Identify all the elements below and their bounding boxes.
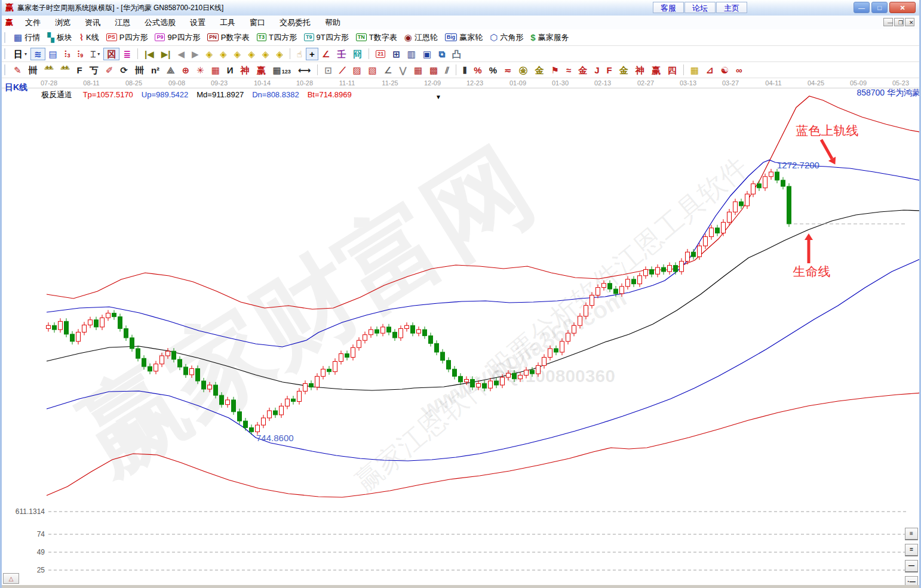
angle-set-button[interactable]: ⟁ bbox=[163, 64, 178, 76]
ying-angle-line-button[interactable]: 赢 bbox=[648, 64, 664, 76]
hexagon-button[interactable]: ⬡六角形 bbox=[486, 30, 527, 45]
maximize-button[interactable]: □ bbox=[871, 2, 888, 13]
pane-size-2-button[interactable]: = bbox=[905, 544, 918, 556]
t-square-button[interactable]: T3T四方形 bbox=[253, 30, 300, 45]
star-rays-button[interactable]: ✳ bbox=[193, 64, 208, 76]
t-digit-table-button[interactable]: TNT数字表 bbox=[352, 30, 401, 45]
yinyang-button[interactable]: ☯ bbox=[717, 64, 732, 76]
winner-service-button[interactable]: $赢家服务 bbox=[527, 30, 572, 45]
diamond-x-button[interactable]: ◈ bbox=[244, 48, 259, 60]
percent-down-button[interactable]: % bbox=[470, 64, 485, 76]
menu-item-1[interactable]: 浏览 bbox=[48, 16, 78, 29]
span-arrows-button[interactable]: ⟷ bbox=[294, 64, 315, 76]
child-restore-button[interactable]: ❐ bbox=[894, 18, 904, 26]
gann-fan-button[interactable]: ⟋ bbox=[336, 64, 349, 76]
printer-button[interactable]: 凸 bbox=[449, 48, 465, 60]
diamond-right-button[interactable]: ◈ bbox=[216, 48, 231, 60]
menu-item-9[interactable]: 帮助 bbox=[318, 16, 348, 29]
wave-band-button[interactable]: ≈ bbox=[563, 64, 575, 76]
comb-grid-2-button[interactable]: 卌 bbox=[131, 64, 148, 76]
diamond-left-button[interactable]: ◈ bbox=[202, 48, 217, 60]
menu-item-6[interactable]: 工具 bbox=[213, 16, 242, 29]
pattern-match-button[interactable]: 龱 bbox=[103, 48, 119, 60]
pan-hand-button[interactable]: ☝ bbox=[293, 48, 306, 60]
menu-item-8[interactable]: 交易委托 bbox=[272, 16, 318, 29]
info-f10-button[interactable]: ▤ bbox=[45, 48, 61, 60]
diamond-star-button[interactable]: ◈ bbox=[259, 48, 273, 60]
zigzag-button[interactable]: ⋁ bbox=[395, 64, 410, 76]
chart-area[interactable]: 赢家财富网赢家江恩软件 股票分析软件江恩工具软件www.yingjia360.c… bbox=[2, 78, 921, 588]
fan-box-2-button[interactable]: ▧ bbox=[365, 64, 380, 76]
trend-chart-button[interactable]: ≋ bbox=[30, 48, 45, 60]
infinity-tool-button[interactable]: ∞ bbox=[732, 64, 746, 76]
flag-note-button[interactable]: ⚑ bbox=[548, 64, 563, 76]
candle-type-button[interactable]: ⌶▾ bbox=[87, 48, 103, 60]
9p-square-button[interactable]: P99P四方形 bbox=[151, 30, 204, 45]
shen-angle-line-button[interactable]: 神 bbox=[632, 64, 648, 76]
j-angle-line-button[interactable]: J bbox=[591, 64, 603, 76]
web-link-button[interactable]: ⧉ bbox=[435, 48, 449, 60]
customer-service-button[interactable]: 客服 bbox=[653, 2, 684, 13]
gold-section-circle-button[interactable]: ㊎ bbox=[515, 64, 532, 76]
smart-brain-button[interactable]: 冏 bbox=[349, 48, 366, 60]
pane-size-3-button[interactable]: ≡ bbox=[905, 528, 918, 540]
menu-item-3[interactable]: 江恩 bbox=[108, 16, 137, 29]
bars-9-button[interactable]: ⫶9 bbox=[74, 48, 87, 60]
toolbar-handle[interactable] bbox=[4, 32, 8, 43]
gold-gate-1-button[interactable]: 龷 bbox=[41, 64, 57, 76]
step-back-button[interactable]: ◀ bbox=[174, 48, 188, 60]
toolbar-handle[interactable] bbox=[4, 64, 8, 75]
n-square-button[interactable]: n² bbox=[148, 64, 163, 76]
calendar-button[interactable]: 21 bbox=[372, 48, 389, 60]
price-grid-2-button[interactable]: ▩ bbox=[426, 64, 441, 76]
p-square-button[interactable]: PSP四方形 bbox=[103, 30, 152, 45]
child-minimize-button[interactable]: — bbox=[883, 18, 893, 26]
minimize-button[interactable]: — bbox=[854, 2, 870, 13]
shen-tool-button[interactable]: 神 bbox=[237, 64, 253, 76]
gann-wheel-button[interactable]: ◉江恩轮 bbox=[401, 30, 441, 45]
step-forward-button[interactable]: ▶ bbox=[188, 48, 202, 60]
yellow-grid-button[interactable]: ▦ bbox=[687, 64, 702, 76]
diamond-all-button[interactable]: ◈ bbox=[272, 48, 287, 60]
percent-lines-button[interactable]: ≂ bbox=[501, 64, 515, 76]
corner-expand-button[interactable]: △ bbox=[3, 573, 19, 584]
save-button[interactable]: ▣ bbox=[419, 48, 435, 60]
fan-box-button[interactable]: ▨ bbox=[349, 64, 364, 76]
color-volume-button[interactable]: ≣ bbox=[119, 48, 134, 60]
homepage-button[interactable]: 主页 bbox=[716, 2, 747, 13]
scale-meter-button[interactable]: ⫴ bbox=[459, 64, 470, 76]
angle-ruler-button[interactable]: ∠ bbox=[318, 48, 333, 60]
report-button[interactable]: ▥ bbox=[404, 48, 419, 60]
pen-button[interactable]: ✎ bbox=[10, 64, 25, 76]
p-digit-table-button[interactable]: PNP数字表 bbox=[204, 30, 253, 45]
brush-button[interactable]: ✐ bbox=[102, 64, 117, 76]
forum-button[interactable]: 论坛 bbox=[684, 2, 716, 13]
price-grid-button[interactable]: ▦ bbox=[410, 64, 426, 76]
wave-mark-button[interactable]: И bbox=[223, 64, 237, 76]
box-select-button[interactable]: ⊡ bbox=[321, 64, 336, 76]
go-first-button[interactable]: |◀ bbox=[141, 48, 158, 60]
purple-tool-button[interactable]: 壬 bbox=[333, 48, 349, 60]
si-angle-line-button[interactable]: 四 bbox=[664, 64, 680, 76]
gold-red-line-button[interactable]: 金 bbox=[575, 64, 591, 76]
9t-square-button[interactable]: T99T四方形 bbox=[300, 30, 352, 45]
sectors-button[interactable]: ▚板块 bbox=[44, 30, 76, 45]
diamond-h-button[interactable]: ◈ bbox=[231, 48, 245, 60]
menu-item-0[interactable]: 文件 bbox=[18, 16, 48, 29]
child-close-button[interactable]: ✕ bbox=[905, 18, 914, 26]
count-grid-button[interactable]: ▦123 bbox=[269, 64, 294, 76]
calculator-button[interactable]: ⊞ bbox=[389, 48, 404, 60]
pane-size-1-button[interactable]: — bbox=[905, 560, 918, 572]
close-button[interactable]: ✕ bbox=[889, 2, 916, 13]
menu-item-2[interactable]: 资讯 bbox=[78, 16, 108, 29]
crosshair-button[interactable]: + bbox=[306, 48, 318, 60]
cycle-circle-button[interactable]: ⟳ bbox=[116, 64, 131, 76]
gold-angle-line-button[interactable]: 金 bbox=[616, 64, 632, 76]
menu-item-7[interactable]: 窗口 bbox=[242, 16, 272, 29]
bars-3-button[interactable]: ⫶3 bbox=[61, 48, 74, 60]
gold-gate-2-button[interactable]: 龷 bbox=[57, 64, 73, 76]
percent-button[interactable]: % bbox=[486, 64, 501, 76]
menu-item-4[interactable]: 公式选股 bbox=[137, 16, 183, 29]
ying-tool-button[interactable]: 赢 bbox=[253, 64, 269, 76]
ray-grid-button[interactable]: ▦ bbox=[208, 64, 223, 76]
